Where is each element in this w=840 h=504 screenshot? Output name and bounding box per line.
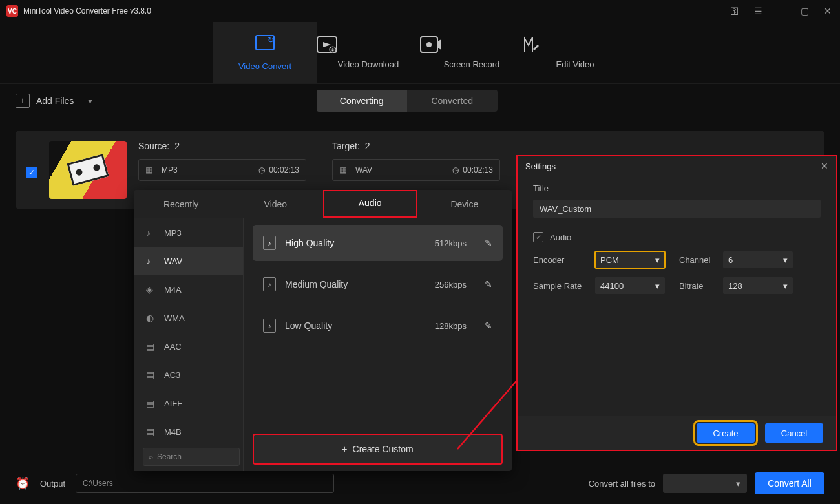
convert-all-button[interactable]: Convert All xyxy=(755,472,824,494)
toolbar-row: + Add Files ▾ Converting Converted xyxy=(0,84,840,118)
file-checkbox[interactable]: ✓ xyxy=(26,167,37,178)
app-logo: VC xyxy=(6,5,18,17)
chevron-down-icon: ▾ xyxy=(783,255,788,265)
encoder-select[interactable]: PCM▾ xyxy=(595,251,665,268)
encoder-value: PCM xyxy=(600,255,619,265)
maximize-icon[interactable]: ▢ xyxy=(799,6,810,16)
audio-section-label: Audio xyxy=(550,233,571,242)
preset-high-quality[interactable]: ♪ High Quality 512kbps ✎ xyxy=(253,225,503,261)
source-format: MP3 xyxy=(162,165,178,174)
source-label: Source: xyxy=(138,141,169,151)
convert-all-to-select[interactable]: ▾ xyxy=(663,474,747,493)
nav-screen-record[interactable]: Screen Record xyxy=(420,36,523,69)
encoder-label: Encoder xyxy=(533,255,590,265)
preset-icon: ♪ xyxy=(263,236,276,250)
format-aac[interactable]: ▤AAC xyxy=(134,332,243,361)
nav-video-download[interactable]: Video Download xyxy=(317,36,420,69)
format-wma[interactable]: ◐WMA xyxy=(134,304,243,332)
format-label: M4B xyxy=(164,427,182,437)
format-label: MP3 xyxy=(164,228,182,238)
top-nav: Video Convert Video Download Screen Reco… xyxy=(0,22,840,84)
search-icon: ⌕ xyxy=(149,452,153,461)
music-icon: ◈ xyxy=(146,284,156,295)
nav-video-download-label: Video Download xyxy=(338,59,399,69)
title-label: Title xyxy=(533,184,821,193)
format-wav[interactable]: ♪WAV xyxy=(134,247,243,275)
minimize-icon[interactable]: — xyxy=(775,6,787,16)
edit-icon[interactable]: ✎ xyxy=(485,279,492,289)
nav-edit-video[interactable]: Edit Video xyxy=(523,36,627,69)
tab-converting[interactable]: Converting xyxy=(317,90,407,112)
close-icon[interactable]: ✕ xyxy=(822,6,834,16)
target-info[interactable]: ▦ WAV ◷00:02:13 xyxy=(332,159,500,181)
output-label: Output xyxy=(40,479,65,488)
edit-icon[interactable]: ✎ xyxy=(485,320,492,331)
format-label: AC3 xyxy=(164,370,180,380)
samplerate-value: 44100 xyxy=(600,281,624,291)
preset-bitrate: 512kbps xyxy=(435,238,467,248)
screen-record-icon xyxy=(420,36,523,53)
close-icon[interactable]: ✕ xyxy=(821,161,828,171)
format-aiff[interactable]: ▤AIFF xyxy=(134,389,243,417)
preset-name: Medium Quality xyxy=(285,279,348,289)
preset-icon: ♪ xyxy=(263,277,276,291)
titlebar: VC MiniTool Video Converter Free v3.8.0 … xyxy=(0,0,840,22)
cancel-button[interactable]: Cancel xyxy=(765,423,823,443)
bitrate-label: Bitrate xyxy=(679,281,718,291)
tab-converted[interactable]: Converted xyxy=(407,90,498,112)
preset-medium-quality[interactable]: ♪ Medium Quality 256kbps ✎ xyxy=(253,266,503,302)
channel-select[interactable]: 6▾ xyxy=(723,251,793,268)
nav-video-convert[interactable]: Video Convert xyxy=(213,22,317,83)
format-label: WAV xyxy=(164,257,182,266)
add-files-button[interactable]: + Add Files ▾ xyxy=(16,94,92,108)
samplerate-select[interactable]: 44100▾ xyxy=(595,277,665,294)
preset-name: Low Quality xyxy=(285,320,332,331)
preset-bitrate: 256kbps xyxy=(435,280,467,289)
audio-checkbox[interactable]: ✓ xyxy=(533,232,543,242)
preset-low-quality[interactable]: ♪ Low Quality 128kbps ✎ xyxy=(253,308,503,344)
edit-icon[interactable]: ✎ xyxy=(485,238,492,248)
settings-panel: Settings ✕ Title ✓ Audio Encoder PCM▾ Ch… xyxy=(516,155,837,451)
tab-video[interactable]: Video xyxy=(228,190,322,218)
tab-recently[interactable]: Recently xyxy=(134,190,228,218)
add-files-label: Add Files xyxy=(36,96,74,106)
tab-audio[interactable]: Audio xyxy=(323,190,417,218)
app-title: MiniTool Video Converter Free v3.8.0 xyxy=(23,6,151,16)
target-format: WAV xyxy=(355,165,372,174)
alarm-icon[interactable]: ⏰ xyxy=(16,476,30,490)
output-path-input[interactable]: C:\Users xyxy=(76,474,334,493)
preset-bitrate: 128kbps xyxy=(435,321,467,331)
menu-icon[interactable]: ☰ xyxy=(752,6,764,16)
format-label: WMA xyxy=(164,313,185,323)
chevron-down-icon: ▾ xyxy=(655,255,660,265)
music-icon: ▤ xyxy=(146,341,156,352)
format-panel: Recently Video Audio Device ♪MP3 ♪WAV ◈M… xyxy=(134,190,512,471)
file-icon: ▦ xyxy=(339,165,346,174)
settings-title: Settings xyxy=(525,162,556,171)
music-icon: ▤ xyxy=(146,370,156,380)
channel-value: 6 xyxy=(728,255,733,265)
key-icon[interactable]: ⚿ xyxy=(729,6,740,16)
format-label: M4A xyxy=(164,285,182,295)
file-icon: ▦ xyxy=(145,165,152,174)
create-custom-button[interactable]: + Create Custom xyxy=(253,434,503,465)
clock-icon: ◷ xyxy=(258,165,265,174)
format-mp3[interactable]: ♪MP3 xyxy=(134,218,243,247)
video-convert-icon xyxy=(255,35,275,50)
title-input[interactable] xyxy=(533,200,821,218)
search-placeholder: Search xyxy=(157,452,182,461)
music-icon: ▤ xyxy=(146,398,156,408)
chevron-down-icon: ▾ xyxy=(783,281,788,291)
chevron-down-icon: ▾ xyxy=(736,479,740,488)
tab-device[interactable]: Device xyxy=(417,190,512,218)
create-button[interactable]: Create xyxy=(697,423,755,443)
footer: ⏰ Output C:\Users Convert all files to ▾… xyxy=(0,463,840,504)
svg-point-3 xyxy=(426,42,432,47)
target-duration: 00:02:13 xyxy=(463,165,493,174)
samplerate-label: Sample Rate xyxy=(533,281,590,291)
format-ac3[interactable]: ▤AC3 xyxy=(134,361,243,389)
nav-screen-record-label: Screen Record xyxy=(444,59,500,69)
bitrate-select[interactable]: 128▾ xyxy=(723,277,793,294)
format-m4a[interactable]: ◈M4A xyxy=(134,275,243,304)
format-m4b[interactable]: ▤M4B xyxy=(134,417,243,446)
